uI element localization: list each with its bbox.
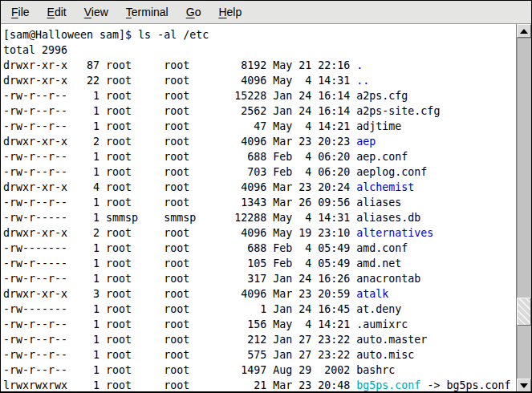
total-line: total 2996 <box>3 43 516 58</box>
file-row: lrwxrwxrwx 1 root root 21 Mar 23 20:48 b… <box>3 378 516 392</box>
file-name: . <box>356 59 363 71</box>
menu-item-terminal[interactable]: Terminal <box>117 6 177 18</box>
file-row: -rw-r--r-- 1 root root 1497 Aug 29 2002 … <box>3 363 516 378</box>
file-name: bg5ps.conf <box>356 379 420 391</box>
file-name: a2ps-site.cfg <box>356 105 440 117</box>
file-name: aep <box>356 136 376 148</box>
file-name: amd.conf <box>356 242 408 254</box>
file-name: .. <box>356 75 369 87</box>
file-row: -rw-r--r-- 1 root root 212 Jan 27 23:22 … <box>3 332 516 347</box>
file-name: aeplog.conf <box>356 166 427 178</box>
file-row: drwxr-xr-x 4 root root 4096 Mar 23 20:24… <box>3 180 516 195</box>
file-row: -rw-r--r-- 1 root root 2562 Jan 24 16:14… <box>3 103 516 119</box>
file-name: adjtime <box>356 120 401 132</box>
menu-item-help[interactable]: Help <box>209 6 250 18</box>
menu-item-go[interactable]: Go <box>177 6 210 18</box>
terminal-screen[interactable]: [sam@Halloween sam]$ ls -al /etctotal 29… <box>1 24 516 392</box>
scroll-up-button[interactable] <box>517 24 531 38</box>
menu-item-file[interactable]: File <box>2 6 39 18</box>
file-row: -rw-r----- 1 root root 105 Feb 4 05:49 a… <box>3 256 516 271</box>
terminal-area: [sam@Halloween sam]$ ls -al /etctotal 29… <box>1 24 531 392</box>
scrollbar <box>516 24 531 392</box>
file-row: drwxr-xr-x 2 root root 4096 Mar 23 20:23… <box>3 134 516 149</box>
arrow-up-icon <box>520 29 528 34</box>
menu-bar: FileEditViewTerminalGoHelp <box>1 1 531 24</box>
terminal-output: [sam@Halloween sam]$ ls -al /etctotal 29… <box>3 27 516 392</box>
file-name: alchemist <box>356 181 414 193</box>
file-name: auto.misc <box>356 349 414 361</box>
symlink-target: -> bg5ps.conf <box>420 379 510 391</box>
file-name: bashrc <box>356 364 395 376</box>
file-row: -rw-r--r-- 1 root root 156 May 4 14:21 .… <box>3 317 516 332</box>
file-row: drwxr-xr-x 22 root root 4096 May 4 14:31… <box>3 73 516 88</box>
file-row: drwxr-xr-x 2 root root 4096 May 19 23:10… <box>3 225 516 241</box>
file-row: drwxr-xr-x 3 root root 4096 Mar 23 20:59… <box>3 286 516 302</box>
file-name: a2ps.cfg <box>356 90 408 102</box>
file-name: auto.master <box>356 334 427 346</box>
file-name: anacrontab <box>356 273 420 285</box>
scrollbar-trough[interactable] <box>517 38 531 379</box>
file-row: -rw-r--r-- 1 root root 575 Jan 27 23:22 … <box>3 347 516 363</box>
file-row: -rw-r----- 1 smmsp smmsp 12288 May 4 14:… <box>3 210 516 225</box>
file-row: -rw-r--r-- 1 root root 688 Feb 4 06:20 a… <box>3 149 516 164</box>
file-name: aliases.db <box>356 212 420 224</box>
menu-item-edit[interactable]: Edit <box>39 6 75 18</box>
file-row: -rw-r--r-- 1 root root 703 Feb 4 06:20 a… <box>3 164 516 180</box>
terminal-window: FileEditViewTerminalGoHelp [sam@Hallowee… <box>0 0 532 393</box>
file-row: -rw-r--r-- 1 root root 317 Jan 24 16:26 … <box>3 271 516 286</box>
scroll-down-button[interactable] <box>517 379 531 392</box>
file-name: aliases <box>356 196 401 209</box>
file-name: at.deny <box>356 303 401 315</box>
file-row: -rw------- 1 root root 688 Feb 4 05:49 a… <box>3 241 516 256</box>
scrollbar-thumb[interactable] <box>517 298 531 326</box>
file-row: -rw------- 1 root root 1 Jan 24 16:45 at… <box>3 302 516 317</box>
prompt-line: [sam@Halloween sam]$ ls -al /etc <box>3 27 516 43</box>
file-name: aep.conf <box>356 151 408 163</box>
file-name: alternatives <box>356 227 433 239</box>
arrow-down-icon <box>520 383 528 388</box>
file-row: -rw-r--r-- 1 root root 15228 Jan 24 16:1… <box>3 88 516 103</box>
file-name: atalk <box>356 288 388 300</box>
file-row: -rw-r--r-- 1 root root 47 May 4 14:21 ad… <box>3 119 516 134</box>
file-name: .aumixrc <box>356 318 408 330</box>
file-row: drwxr-xr-x 87 root root 8192 May 21 22:1… <box>3 58 516 73</box>
file-name: amd.net <box>356 257 401 269</box>
menu-item-view[interactable]: View <box>75 6 117 18</box>
file-row: -rw-r--r-- 1 root root 1343 Mar 26 09:56… <box>3 195 516 210</box>
